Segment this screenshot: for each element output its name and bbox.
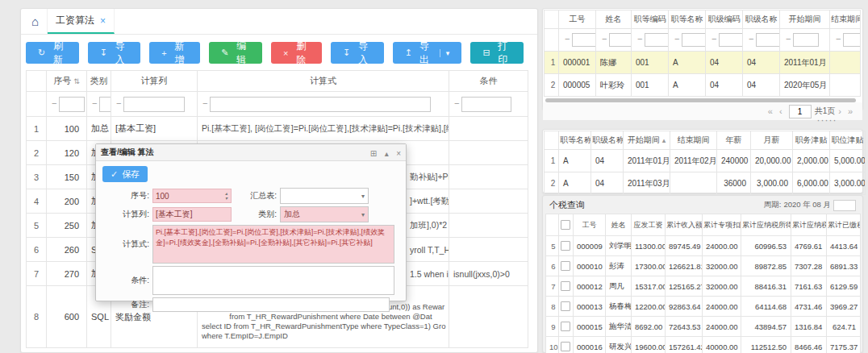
- filter-operator[interactable]: −: [598, 34, 609, 44]
- export-button[interactable]: ↥ 导出 ▾: [393, 42, 462, 64]
- calc-column-input[interactable]: [152, 207, 232, 222]
- header-cum-tax-paid[interactable]: 累计已缴税额: [827, 214, 861, 236]
- import-button-2[interactable]: ↧ 导入: [331, 42, 384, 64]
- filter-input[interactable]: [572, 33, 595, 47]
- filter-operator[interactable]: −: [48, 98, 59, 108]
- header-monthly-salary[interactable]: 月薪: [751, 131, 793, 150]
- edit-button[interactable]: ✎ 编辑: [209, 42, 262, 64]
- filter-input[interactable]: [756, 33, 779, 47]
- row-checkbox[interactable]: [561, 261, 570, 271]
- filter-operator[interactable]: −: [707, 34, 719, 44]
- add-button[interactable]: + 新增: [149, 42, 200, 64]
- header-empno[interactable]: 工号: [559, 10, 596, 29]
- header-grade-code[interactable]: 职等编码: [632, 10, 669, 29]
- filter-operator[interactable]: −: [832, 34, 843, 44]
- header-formula[interactable]: 计算式: [198, 71, 449, 92]
- filter-operator[interactable]: −: [782, 34, 793, 44]
- condition-textarea[interactable]: [152, 266, 394, 295]
- save-button[interactable]: ✓ 保存: [102, 166, 148, 182]
- header-rank-name[interactable]: 职级名称: [591, 131, 624, 150]
- summary-table-select[interactable]: ▾: [280, 188, 369, 204]
- page-next-icon[interactable]: ›: [838, 106, 841, 116]
- print-button[interactable]: ⊟ 打印: [470, 42, 524, 64]
- header-seq[interactable]: 序号⇅: [47, 71, 87, 92]
- filter-operator[interactable]: −: [198, 98, 210, 108]
- filter-input[interactable]: [609, 33, 631, 47]
- header-start-period[interactable]: 开始期间: [780, 10, 830, 29]
- filter-input-category[interactable]: [99, 97, 111, 112]
- header-cum-taxable-income[interactable]: 累计应纳税所得额: [741, 214, 791, 236]
- tab-home[interactable]: ⌂: [23, 9, 48, 34]
- filter-operator[interactable]: −: [561, 34, 572, 44]
- page-prev-icon[interactable]: ‹: [779, 106, 782, 116]
- row-checkbox[interactable]: [561, 241, 570, 251]
- row-checkbox[interactable]: [561, 301, 570, 311]
- refresh-button[interactable]: ↻ 刷新: [26, 42, 79, 64]
- filter-input-calc-column[interactable]: [123, 97, 185, 112]
- table-row[interactable]: 2000005叶彩玲 001A04 042020年05月: [545, 74, 861, 97]
- export-dropdown-caret[interactable]: ▾: [440, 49, 450, 57]
- header-end-period[interactable]: 结束期间: [670, 131, 717, 150]
- header-start-period[interactable]: 开始期间▴: [624, 131, 670, 150]
- header-grade-name[interactable]: 职等名称: [669, 10, 706, 29]
- filter-input-seq[interactable]: [59, 97, 85, 112]
- header-gross-pay[interactable]: 应发工资: [632, 214, 666, 236]
- filter-operator[interactable]: −: [112, 98, 123, 108]
- page-last-icon[interactable]: »: [848, 106, 853, 116]
- filter-operator[interactable]: −: [450, 98, 461, 108]
- table-row[interactable]: 7 000012周凡 15317.00125165.27 32000.00884…: [546, 276, 861, 297]
- filter-operator[interactable]: −: [88, 98, 99, 108]
- dialog-titlebar[interactable]: 查看/编辑 算法 ⊞ ▴ ×: [96, 144, 406, 161]
- header-end-period[interactable]: 结束期间: [830, 10, 861, 29]
- header-empno[interactable]: 工号: [574, 214, 606, 236]
- dialog-collapse-icon[interactable]: ▴: [385, 149, 389, 158]
- row-checkbox[interactable]: [561, 281, 570, 291]
- filter-input[interactable]: [843, 33, 860, 47]
- table-row[interactable]: 9 000015施华清 8692.0072643.53 24000.004389…: [546, 317, 861, 337]
- row-checkbox[interactable]: [561, 342, 570, 351]
- table-row[interactable]: 8 000013杨春梅 12200.0092863.64 24000.00641…: [546, 297, 861, 317]
- header-cum-deduction[interactable]: 累计专项扣除: [703, 214, 741, 236]
- tab-payroll-algorithm[interactable]: 工资算法 ×: [48, 9, 115, 34]
- select-all-checkbox[interactable]: [559, 214, 574, 236]
- table-row[interactable]: 1100 加总[基本工资] Pi.[基本工资], [岗位工资]=Pi.[岗位工资…: [27, 117, 528, 141]
- dialog-close-icon[interactable]: ×: [396, 149, 401, 158]
- seq-input[interactable]: [152, 189, 232, 203]
- splitter-handle[interactable]: ·····: [795, 116, 859, 124]
- header-rank-code[interactable]: 职级编码: [706, 10, 743, 29]
- filter-input[interactable]: [645, 33, 668, 47]
- delete-button[interactable]: × 删除: [271, 42, 322, 64]
- header-cum-income[interactable]: 累计收入额: [666, 214, 703, 236]
- category-select[interactable]: 加总 ▾: [280, 206, 369, 222]
- table-row[interactable]: 1000001陈娜 001A04 042011年01月: [545, 52, 861, 74]
- filter-input-formula[interactable]: [210, 97, 431, 112]
- filter-operator[interactable]: −: [745, 34, 756, 44]
- header-post-allowance[interactable]: 职位津贴: [830, 131, 866, 150]
- header-name[interactable]: 姓名: [596, 10, 632, 29]
- filter-input[interactable]: [719, 33, 742, 47]
- dialog-restore-icon[interactable]: ⊞: [370, 149, 377, 158]
- filter-input[interactable]: [793, 33, 819, 47]
- remark-input[interactable]: [152, 297, 390, 312]
- table-row[interactable]: 6 000010彭涛 17300.00126621.81 32000.00898…: [546, 256, 861, 276]
- spinner[interactable]: ▴▾: [222, 189, 231, 202]
- table-row[interactable]: 10 000016研发兴 19600.00157261.42 40000.001…: [546, 337, 861, 353]
- table-row[interactable]: 5 000009刘学明 11300.0089745.49 24000.00609…: [546, 236, 861, 256]
- header-condition[interactable]: 条件: [449, 71, 528, 92]
- tab-close-icon[interactable]: ×: [100, 15, 106, 27]
- header-cum-tax-payable[interactable]: 累计应纳税额: [791, 214, 827, 236]
- filter-input[interactable]: [682, 33, 705, 47]
- header-annual-salary[interactable]: 年薪: [717, 131, 751, 150]
- filter-operator[interactable]: −: [670, 34, 682, 44]
- table-row[interactable]: 1A04 2011年01月2011年02月240000 20,000.002,0…: [545, 150, 866, 172]
- header-duty-allowance[interactable]: 职务津贴: [793, 131, 830, 150]
- header-category[interactable]: 类别: [87, 71, 111, 92]
- table-row[interactable]: 2A04 2011年03月36000 3,000.006,000.003,000…: [545, 172, 866, 195]
- header-calc-column[interactable]: 计算列: [111, 71, 198, 92]
- filter-operator[interactable]: −: [633, 34, 645, 44]
- header-name[interactable]: 姓名: [606, 214, 632, 236]
- header-grade-name[interactable]: 职等名称: [559, 131, 591, 150]
- formula-textarea[interactable]: Pi.[基本工资],[岗位工资]=Pi.[岗位工资],[技术津贴]=Pi.[技术…: [152, 225, 394, 264]
- page-first-icon[interactable]: «: [768, 106, 773, 116]
- header-rank-name[interactable]: 职级名称: [743, 10, 780, 29]
